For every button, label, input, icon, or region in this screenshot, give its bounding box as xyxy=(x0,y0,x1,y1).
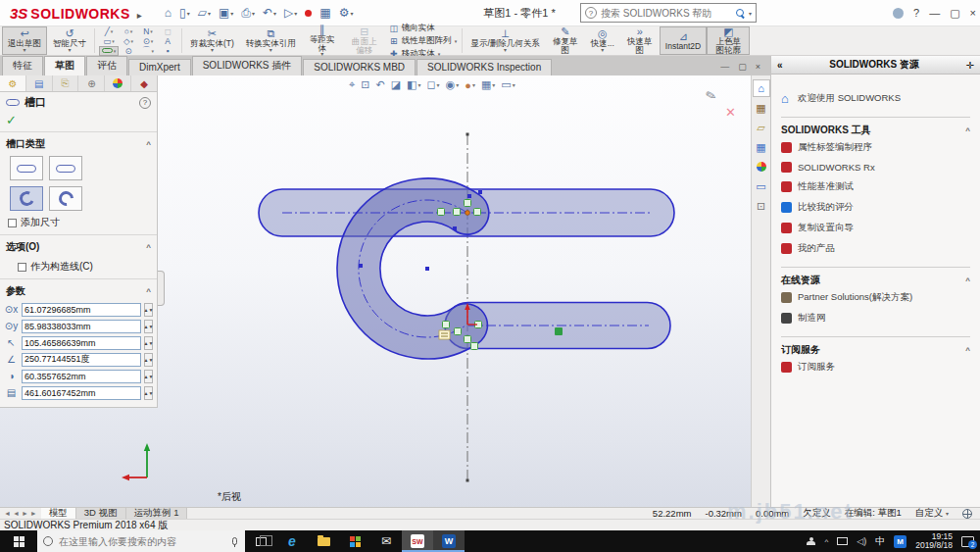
performance-benchmark-link[interactable]: 性能基准测试 xyxy=(781,176,970,197)
line-endpoint-handle[interactable] xyxy=(466,479,469,482)
configuration-manager-tab[interactable]: ⎘ xyxy=(53,75,79,91)
nav-last-button[interactable]: ► xyxy=(30,510,37,517)
undo-button[interactable]: ↶▾ xyxy=(260,5,279,21)
ime-indicator[interactable]: 中 xyxy=(875,534,885,548)
cam-manager-tab[interactable]: ◆ xyxy=(131,75,157,91)
hidden-icons-chevron[interactable]: ^ xyxy=(824,537,828,546)
tab-addins[interactable]: SOLIDWORKS 插件 xyxy=(192,56,303,75)
construction-line-row[interactable]: 作为构造线(C) xyxy=(0,257,157,276)
section-view-button[interactable]: ◪ xyxy=(391,78,401,91)
tab-mbd[interactable]: SOLIDWORKS MBD xyxy=(303,59,416,75)
forum-tab[interactable]: ⊡ xyxy=(753,197,770,215)
display-delete-relations-button[interactable]: ⟂ 显示/删除几何关系 ▾ xyxy=(465,26,545,55)
restore-button[interactable]: ▢ xyxy=(950,7,959,20)
doc-minimize-button[interactable]: — xyxy=(720,62,729,72)
straight-slot-button[interactable] xyxy=(10,156,43,180)
centerpoint-slot-button[interactable] xyxy=(49,156,82,180)
help-search-box[interactable]: ? ▾ xyxy=(580,3,757,23)
trim-entities-button[interactable]: ✂ 剪裁实体(T) ▾ xyxy=(184,26,240,55)
line-endpoint-handle[interactable] xyxy=(466,133,469,136)
file-explorer-tab[interactable]: ▱ xyxy=(753,119,770,136)
design-library-tab[interactable]: ▦ xyxy=(753,99,770,117)
help-icon[interactable]: ? xyxy=(139,97,151,109)
fillet-tool-button[interactable]: ▪ xyxy=(158,46,177,56)
menu-expand-icon[interactable]: ▸ xyxy=(137,10,142,21)
parameters-section-header[interactable]: 参数 ^ xyxy=(0,281,157,301)
partner-solutions-link[interactable]: Partner Solutions(解决方案) xyxy=(781,287,970,308)
panel-splitter-handle[interactable] xyxy=(158,271,165,306)
action-center-icon[interactable]: 2 xyxy=(961,536,974,547)
arc-slot-button[interactable] xyxy=(10,186,43,211)
solidworks-rx-link[interactable]: SOLIDWORKS Rx xyxy=(781,158,970,176)
file-explorer-button[interactable] xyxy=(308,530,339,552)
word-taskbar-button[interactable]: W xyxy=(433,530,465,552)
start-button[interactable] xyxy=(0,530,37,552)
m-app-tray-icon[interactable]: M xyxy=(894,535,906,548)
pin-icon[interactable]: ✛ xyxy=(966,60,974,71)
print-button[interactable]: ⎙▾ xyxy=(238,5,258,21)
help-button[interactable]: ? xyxy=(913,7,919,19)
mirror-entities-button[interactable]: ◫镜向实体 xyxy=(389,23,458,34)
new-document-button[interactable]: ▯▾ xyxy=(176,5,193,21)
shaded-contours-button[interactable]: ◩ 上色草图轮廓 xyxy=(707,26,750,55)
slot-length-stepper[interactable]: ▲▼ xyxy=(144,386,153,400)
copy-settings-link[interactable]: 复制设置向导 xyxy=(781,218,970,238)
custom-properties-tab[interactable]: ▭ xyxy=(753,177,770,195)
view-palette-tab[interactable]: ▦ xyxy=(753,138,770,156)
slot-tool-button[interactable]: ▾ xyxy=(99,46,119,56)
solidworks-taskbar-button[interactable]: SW xyxy=(402,530,433,552)
center-y-stepper[interactable]: ▲▼ xyxy=(144,320,153,333)
doc-restore-button[interactable]: ▢ xyxy=(738,62,747,72)
compare-score-link[interactable]: 比较我的评分 xyxy=(781,197,970,218)
options-section-header[interactable]: 选项(O) ^ xyxy=(0,237,157,257)
home-button[interactable]: ⌂ xyxy=(162,5,174,21)
manufacturing-network-link[interactable]: 制造网 xyxy=(781,308,970,328)
point-tool-button[interactable]: ⊙ xyxy=(119,46,138,56)
welcome-link[interactable]: ⌂ 欢迎使用 SOLIDWORKS xyxy=(781,88,970,109)
hide-show-items-button[interactable]: ◉▾ xyxy=(446,78,460,91)
tab-dimxpert[interactable]: DimXpert xyxy=(128,59,191,75)
people-icon[interactable] xyxy=(807,537,815,546)
centerpoint-arc-slot-button[interactable] xyxy=(49,186,82,211)
file-properties-button[interactable]: ▦ xyxy=(317,5,333,21)
select-button[interactable]: ▷▾ xyxy=(281,5,300,21)
tools-section-header[interactable]: SOLIDWORKS 工具 ^ xyxy=(781,117,970,137)
rapid-sketch-button[interactable]: » 快速草图 xyxy=(620,26,660,55)
cancel-sketch-icon[interactable]: ✕ xyxy=(725,105,736,120)
center-x-stepper[interactable]: ▲▼ xyxy=(144,303,153,317)
view-orientation-button[interactable]: ◧▾ xyxy=(407,78,420,91)
radius-stepper[interactable]: ▲▼ xyxy=(144,336,153,350)
help-search-input[interactable] xyxy=(601,8,732,19)
tab-sketch[interactable]: 草图 xyxy=(44,56,85,75)
construction-checkbox[interactable] xyxy=(18,263,26,272)
previous-view-button[interactable]: ↶ xyxy=(375,78,384,91)
instant2d-button[interactable]: ⊿ Instant2D xyxy=(660,26,707,55)
slot-length-field[interactable] xyxy=(22,386,141,400)
angle-stepper[interactable]: ▲▼ xyxy=(144,353,153,367)
rectangle-tool-button[interactable]: ▭▾ xyxy=(99,36,119,46)
text-tool-button[interactable]: A xyxy=(158,36,177,46)
resources-tab[interactable]: ⌂ xyxy=(753,79,770,97)
polygon-tool-button[interactable]: ◇▾ xyxy=(119,36,138,46)
microphone-icon[interactable] xyxy=(232,537,237,545)
feature-manager-tab[interactable]: ▤ xyxy=(26,75,53,91)
relation-badge-solid[interactable] xyxy=(555,327,563,335)
display-tray-icon[interactable] xyxy=(837,537,848,545)
volume-icon[interactable]: ◁) xyxy=(857,536,866,546)
exit-sketch-button[interactable]: ↩ 退出草图 ▾ xyxy=(2,26,47,55)
radius-field[interactable] xyxy=(22,336,141,350)
tab-inspection[interactable]: SOLIDWORKS Inspection xyxy=(416,59,552,75)
user-account-icon[interactable] xyxy=(893,8,904,19)
search-icon[interactable] xyxy=(736,9,745,18)
dimxpert-manager-tab[interactable]: ⊕ xyxy=(78,75,105,91)
slot-width-stepper[interactable]: ▲▼ xyxy=(144,370,153,383)
view-settings-button[interactable]: ▭▾ xyxy=(501,78,514,91)
nav-next-button[interactable]: ► xyxy=(22,510,28,517)
zoom-fit-button[interactable]: ⌖ xyxy=(349,78,355,91)
arc-endpoint[interactable] xyxy=(466,211,470,216)
tab-features[interactable]: 特征 xyxy=(2,56,43,75)
smart-dimension-button[interactable]: ↺ 智能尺寸 ▾ xyxy=(47,26,92,55)
taskbar-search-box[interactable] xyxy=(37,530,245,552)
line-tool-button[interactable]: ╱▾ xyxy=(99,26,119,36)
store-button[interactable] xyxy=(339,530,370,552)
